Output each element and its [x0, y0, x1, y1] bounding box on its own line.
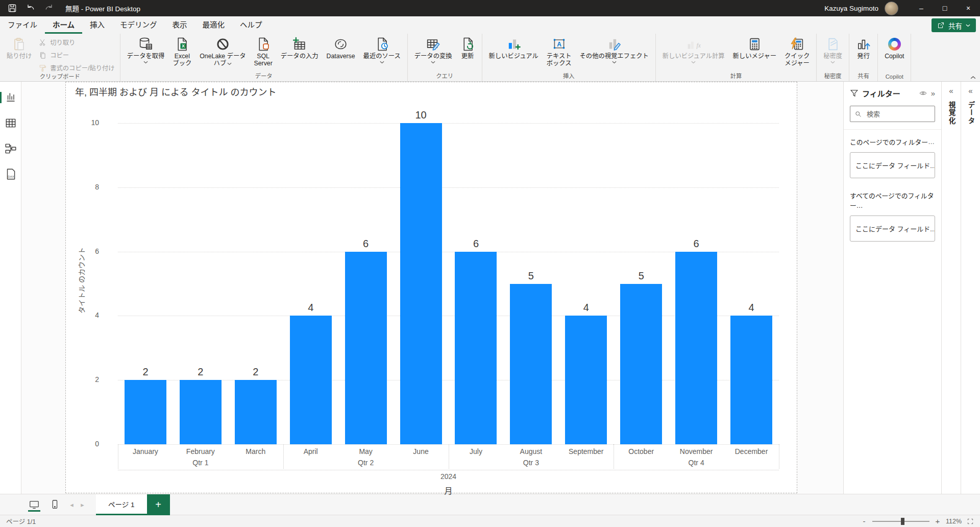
- ribbon-button-sensitivity[interactable]: 秘密度: [820, 35, 846, 64]
- share-icon: [937, 21, 945, 29]
- chevron-down-icon: [380, 61, 384, 64]
- close-button[interactable]: ×: [957, 0, 980, 16]
- ribbon-button-paste[interactable]: 貼り付け: [3, 35, 35, 60]
- ribbon-button-quick-measure[interactable]: クイックメジャー: [781, 35, 813, 67]
- bar-january[interactable]: [125, 380, 166, 444]
- ribbon-button-more-visuals[interactable]: その他の視覚エフェクト: [576, 35, 652, 64]
- report-page[interactable]: 年, 四半期 および 月 による タイトル のカウント タイトル のカウント 0…: [65, 82, 797, 493]
- maximize-button[interactable]: □: [933, 0, 957, 16]
- add-page-button[interactable]: +: [147, 494, 170, 515]
- data-pane-collapsed[interactable]: « データ: [961, 82, 980, 494]
- bar-june[interactable]: [400, 123, 442, 444]
- dax-query-view-button[interactable]: DAX: [4, 167, 17, 181]
- bar-august[interactable]: [510, 284, 552, 445]
- avatar[interactable]: [885, 2, 898, 15]
- chevron-down-icon: [143, 61, 148, 64]
- ribbon-button-recent-sources[interactable]: 最近のソース: [360, 35, 404, 64]
- bar-may[interactable]: [345, 252, 387, 444]
- bar-october[interactable]: [620, 284, 662, 445]
- ribbon-button-transform-data[interactable]: データの変換: [411, 35, 456, 64]
- enter-data-icon: [292, 36, 307, 52]
- table-view-button[interactable]: [4, 116, 17, 130]
- save-icon[interactable]: [7, 3, 17, 13]
- ribbon-button-excel-workbook[interactable]: XExcelブック: [169, 35, 195, 67]
- ribbon-button-copy[interactable]: コピー: [36, 50, 116, 60]
- bar-march[interactable]: [235, 380, 277, 444]
- zoom-slider-handle[interactable]: [901, 518, 904, 525]
- more-options-icon[interactable]: …: [928, 138, 935, 146]
- ribbon-button-text-box[interactable]: Aテキストボックス: [543, 35, 575, 67]
- data-label: 2: [118, 366, 173, 378]
- sql-server-icon: [256, 36, 271, 52]
- bar-july[interactable]: [455, 252, 497, 444]
- bar-november[interactable]: [675, 252, 717, 444]
- report-view-button[interactable]: [4, 91, 17, 104]
- ribbon-button-label: Copilot: [885, 53, 904, 60]
- ribbon-button-label: 新しいメジャー: [733, 53, 776, 60]
- model-view-icon: [4, 142, 17, 155]
- ribbon-button-new-visual[interactable]: 新しいビジュアル: [485, 35, 542, 60]
- x-axis-label-april: April: [283, 447, 338, 456]
- ribbon-button-onelake-data-hub[interactable]: OneLake データハブ: [196, 35, 249, 67]
- zoom-out-button[interactable]: -: [861, 517, 867, 525]
- expand-data-icon[interactable]: «: [968, 86, 972, 95]
- ribbon-button-copilot[interactable]: Copilot: [881, 35, 908, 60]
- window-title: 無題 - Power BI Desktop: [65, 3, 140, 13]
- menu-item[interactable]: 挿入: [82, 16, 112, 34]
- model-view-button[interactable]: [4, 142, 17, 155]
- eye-icon[interactable]: [919, 89, 927, 98]
- collapse-ribbon-icon[interactable]: [970, 76, 976, 79]
- quarter-separator: [118, 444, 118, 469]
- ribbon-button-new-visual-calculation[interactable]: fx新しいビジュアル計算: [659, 35, 728, 64]
- undo-icon[interactable]: [26, 3, 36, 13]
- cut-icon: [38, 38, 47, 47]
- filter-search-box[interactable]: [850, 106, 935, 122]
- menu-item[interactable]: ヘルプ: [232, 16, 270, 34]
- x-axis-title: 月: [444, 484, 452, 496]
- page-filter-drop-zone[interactable]: ここにデータ フィールド...: [850, 152, 935, 178]
- previous-page-icon[interactable]: ◂: [66, 501, 77, 509]
- ribbon-button-dataverse[interactable]: Dataverse: [323, 35, 359, 60]
- minimize-button[interactable]: –: [910, 0, 933, 16]
- share-button[interactable]: 共有: [932, 18, 976, 32]
- bar-february[interactable]: [180, 380, 222, 444]
- ribbon-button-refresh[interactable]: 更新: [457, 35, 479, 60]
- dataverse-icon: [333, 36, 348, 52]
- next-page-icon[interactable]: ▸: [77, 501, 88, 509]
- visualizations-pane-collapsed[interactable]: « 視覚化: [941, 82, 961, 494]
- copy-icon: [38, 51, 47, 60]
- ribbon-button-get-data[interactable]: データを取得: [124, 35, 168, 64]
- account-name[interactable]: Kazuya Sugimoto: [824, 5, 878, 12]
- menu-item[interactable]: ファイル: [0, 16, 45, 34]
- ribbon-button-cut[interactable]: 切り取り: [36, 37, 116, 47]
- page-tab[interactable]: ページ 1: [96, 494, 147, 515]
- zoom-slider[interactable]: [872, 521, 929, 522]
- redo-icon[interactable]: [44, 3, 54, 13]
- ribbon-button-new-measure[interactable]: 新しいメジャー: [729, 35, 780, 60]
- bar-december[interactable]: [730, 316, 772, 444]
- zoom-level: 112%: [946, 518, 962, 525]
- desktop-layout-button[interactable]: [26, 496, 43, 513]
- filter-search-input[interactable]: [866, 110, 930, 118]
- zoom-in-button[interactable]: +: [935, 517, 941, 525]
- all-pages-filter-drop-zone[interactable]: ここにデータ フィールド...: [850, 215, 935, 242]
- ribbon-button-publish[interactable]: 発行: [852, 35, 874, 60]
- ribbon-button-format-painter[interactable]: 書式のコピー/貼り付け: [36, 63, 116, 73]
- bar-september[interactable]: [565, 316, 607, 444]
- ribbon-group-item: fx新しいビジュアル計算新しいメジャークイックメジャー計算: [656, 34, 817, 81]
- ribbon-button-label: テキストボックス: [547, 53, 572, 67]
- menu-home-active[interactable]: ホーム: [45, 16, 82, 34]
- ribbon-button-sql-server[interactable]: SQLServer: [251, 35, 276, 67]
- menu-item[interactable]: モデリング: [112, 16, 165, 34]
- mobile-layout-button[interactable]: [46, 496, 63, 513]
- ribbon-group-label: Copilot: [881, 73, 908, 81]
- fit-to-page-icon[interactable]: [967, 518, 974, 525]
- expand-filter-pane-icon[interactable]: »: [931, 89, 935, 98]
- gridline: [118, 187, 779, 188]
- menu-item[interactable]: 最適化: [195, 16, 233, 34]
- menu-item[interactable]: 表示: [165, 16, 195, 34]
- expand-visualizations-icon[interactable]: «: [949, 86, 953, 95]
- ribbon: 貼り付け切り取りコピー書式のコピー/貼り付けクリップボードデータを取得XExce…: [0, 34, 980, 82]
- ribbon-button-enter-data[interactable]: データの入力: [277, 35, 322, 60]
- bar-april[interactable]: [290, 316, 332, 444]
